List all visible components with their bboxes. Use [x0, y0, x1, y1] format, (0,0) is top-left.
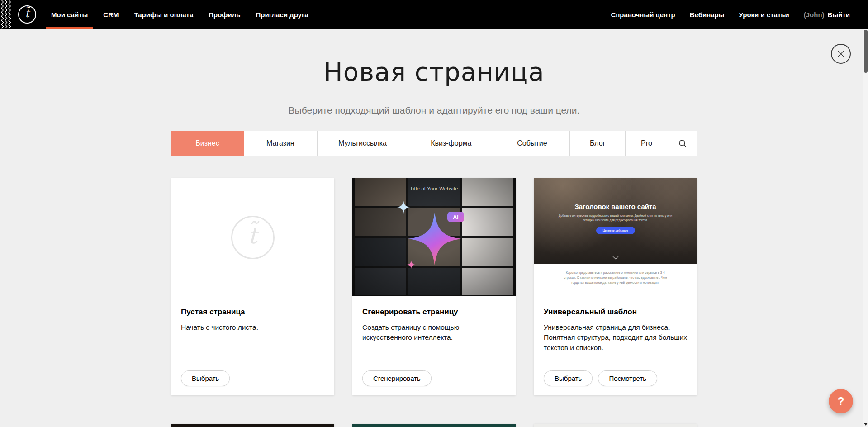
preview-hero: Заголовок вашего сайта Добавьте интересн… — [534, 178, 697, 264]
tab-business[interactable]: Бизнес — [171, 131, 244, 156]
select-blank-button[interactable]: Выбрать — [181, 370, 230, 386]
preview-hero-title: Заголовок вашего сайта — [534, 203, 697, 210]
generate-button[interactable]: Сгенерировать — [362, 370, 432, 386]
tab-shop[interactable]: Магазин — [244, 131, 318, 156]
scrollbar[interactable] — [863, 0, 868, 427]
template-card-partial[interactable] — [352, 424, 516, 427]
close-icon — [837, 50, 844, 57]
card-description: Создать страницу с помощью искусственног… — [362, 323, 506, 343]
card-title: Универсальный шаблон — [544, 308, 687, 317]
tilda-logo[interactable]: t̃ — [18, 5, 36, 24]
blank-card-preview: t̃ — [171, 178, 334, 296]
universal-card-preview: Заголовок вашего сайта Добавьте интересн… — [534, 178, 697, 296]
triangle-down-icon — [864, 423, 868, 426]
preview-hero-text: Добавьте интересные подробности о вашей … — [557, 214, 674, 223]
top-navbar: t̃ Мои сайты CRM Тарифы и оплата Профиль… — [0, 0, 868, 29]
select-universal-button[interactable]: Выбрать — [544, 370, 593, 386]
card-info: Сгенерировать страницу Создать страницу … — [352, 296, 516, 395]
nav-lessons[interactable]: Уроки и статьи — [739, 11, 789, 19]
logout-label: Выйти — [828, 11, 850, 19]
card-title: Пустая страница — [181, 308, 324, 317]
card-title: Сгенерировать страницу — [362, 308, 506, 317]
tilda-watermark-icon: t̃ — [231, 216, 275, 259]
tab-pro[interactable]: Pro — [626, 131, 668, 156]
tab-quiz-form[interactable]: Квиз-форма — [408, 131, 494, 156]
template-grid: t̃ Пустая страница Начать с чистого лист… — [171, 178, 697, 395]
close-button[interactable] — [831, 44, 851, 64]
zigzag-pattern-icon — [0, 0, 13, 29]
preview-site-title: Title of Your Website — [352, 186, 516, 191]
tilda-logo-glyph: t̃ — [25, 8, 29, 19]
search-tab[interactable] — [668, 131, 697, 156]
preview-body-text: Коротко представьтесь и расскажите о ком… — [534, 264, 697, 296]
template-category-tabs: Бизнес Магазин Мультиссылка Квиз-форма С… — [171, 131, 697, 156]
page-subtitle: Выберите подходящий шаблон и адаптируйте… — [0, 105, 868, 116]
card-actions: Сгенерировать — [362, 370, 506, 386]
card-info: Универсальный шаблон Универсальная стран… — [534, 296, 697, 395]
primary-nav: Мои сайты CRM Тарифы и оплата Профиль Пр… — [43, 0, 316, 29]
card-actions: Выбрать Посмотреть — [544, 370, 687, 386]
user-name: (John) — [804, 11, 825, 19]
card-info: Пустая страница Начать с чистого листа. … — [171, 296, 334, 395]
watermark-glyph: t̃ — [248, 223, 257, 249]
help-glyph: ? — [837, 395, 844, 408]
card-actions: Выбрать — [181, 370, 324, 386]
nav-help-center[interactable]: Справочный центр — [611, 11, 675, 19]
preview-cta-button: Целевое действие — [596, 227, 635, 234]
ai-sparkle-icon — [391, 197, 477, 283]
nav-my-sites[interactable]: Мои сайты — [43, 0, 95, 29]
tab-event[interactable]: Событие — [494, 131, 570, 156]
nav-invite-friend[interactable]: Пригласи друга — [248, 0, 316, 29]
nav-webinars[interactable]: Вебинары — [690, 11, 725, 19]
scrollbar-down-arrow[interactable] — [863, 423, 868, 426]
ai-card-preview: Title of Your Website AI — [352, 178, 516, 296]
nav-tariffs[interactable]: Тарифы и оплата — [126, 0, 201, 29]
page-title: Новая страница — [0, 57, 868, 86]
card-description: Начать с чистого листа. — [181, 323, 324, 332]
tab-multilink[interactable]: Мультиссылка — [318, 131, 408, 156]
nav-logout[interactable]: (John)Выйти — [804, 11, 850, 19]
template-card-blank: t̃ Пустая страница Начать с чистого лист… — [171, 178, 334, 395]
nav-profile[interactable]: Профиль — [201, 0, 248, 29]
template-grid-row2 — [171, 424, 697, 427]
help-button[interactable]: ? — [829, 389, 853, 413]
chevron-down-icon — [612, 253, 619, 261]
template-card-partial[interactable] — [534, 424, 697, 427]
ai-badge: AI — [447, 212, 464, 222]
scrollbar-thumb[interactable] — [864, 30, 868, 73]
secondary-nav: Справочный центр Вебинары Уроки и статьи… — [611, 11, 850, 19]
template-card-ai-generate: Title of Your Website AI Сг — [352, 178, 516, 395]
card-description: Универсальная страница для бизнеса. Поня… — [544, 323, 687, 353]
nav-crm[interactable]: CRM — [95, 0, 126, 29]
template-card-universal: Заголовок вашего сайта Добавьте интересн… — [534, 178, 697, 395]
template-card-partial[interactable] — [171, 424, 334, 427]
tab-blog[interactable]: Блог — [570, 131, 625, 156]
search-icon — [678, 139, 687, 148]
preview-universal-button[interactable]: Посмотреть — [598, 370, 657, 386]
